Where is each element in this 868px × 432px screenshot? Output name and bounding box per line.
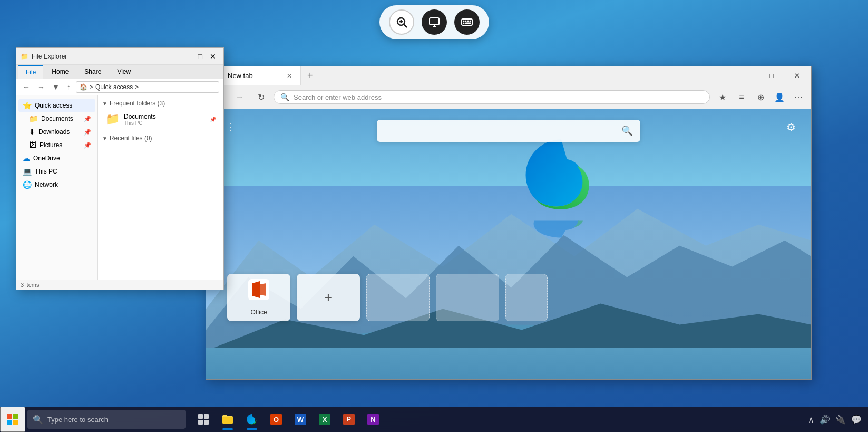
svg-rect-7 bbox=[462, 19, 472, 25]
edge-tab-close-btn[interactable]: ✕ bbox=[287, 72, 292, 80]
edge-search-box[interactable]: 🔍 bbox=[377, 120, 640, 142]
fe-content: ▼ Frequent folders (3) 📁 Documents This … bbox=[98, 95, 223, 280]
sidebar-item-network[interactable]: 🌐 Network bbox=[18, 178, 95, 191]
edge-settings-btn[interactable]: ⚙ bbox=[782, 118, 801, 137]
edge-favorites-bar-btn[interactable]: ≡ bbox=[733, 89, 750, 105]
frequent-folders-header[interactable]: ▼ Frequent folders (3) bbox=[102, 100, 219, 107]
edge-search-input[interactable] bbox=[384, 127, 616, 135]
quick-links: Office + bbox=[227, 274, 548, 321]
tab-view[interactable]: View bbox=[110, 65, 138, 79]
taskbar-app-onenote[interactable]: N bbox=[362, 408, 385, 431]
quick-link-empty-3[interactable] bbox=[505, 274, 548, 321]
edge-tab-label: New tab bbox=[228, 72, 253, 80]
fe-title: 📁 File Explorer bbox=[21, 53, 67, 60]
edge-favorite-btn[interactable]: ★ bbox=[714, 89, 731, 105]
floating-toolbar bbox=[379, 5, 489, 39]
edge-profile-btn[interactable]: 👤 bbox=[771, 89, 788, 105]
taskbar-app-powerpoint[interactable]: P bbox=[337, 408, 360, 431]
edge-title-controls: — □ ✕ bbox=[734, 66, 811, 85]
edge-forward-btn[interactable]: → bbox=[231, 89, 248, 105]
taskbar-network-icon[interactable]: 🔌 bbox=[835, 415, 846, 425]
taskbar-app-excel[interactable]: X bbox=[313, 408, 336, 431]
taskbar-app-file-explorer[interactable] bbox=[216, 408, 239, 431]
file-explorer-window: 📁 File Explorer — □ ✕ File Home Share Vi… bbox=[16, 47, 224, 290]
windows-logo-icon bbox=[6, 413, 19, 426]
edge-refresh-btn[interactable]: ↻ bbox=[252, 89, 269, 105]
taskbar-search-icon: 🔍 bbox=[33, 415, 43, 425]
taskbar-chevron-icon[interactable]: ∧ bbox=[808, 415, 814, 425]
folder-name-documents: Documents bbox=[124, 113, 156, 120]
fe-minimize-btn[interactable]: — bbox=[180, 51, 194, 62]
fe-status-text: 3 items bbox=[21, 282, 39, 288]
taskbar-search[interactable]: 🔍 bbox=[27, 410, 186, 429]
taskbar-notification-icon[interactable]: 💬 bbox=[851, 415, 862, 425]
fe-back-btn[interactable]: ← bbox=[21, 82, 32, 92]
quick-link-add[interactable]: + bbox=[297, 274, 360, 321]
edge-minimize-btn[interactable]: — bbox=[734, 66, 758, 85]
documents-icon: 📁 bbox=[29, 114, 38, 123]
remote-button[interactable] bbox=[422, 9, 447, 35]
edge-collections-btn[interactable]: ⊕ bbox=[752, 89, 769, 105]
sidebar-item-documents[interactable]: 📁 Documents 📌 bbox=[18, 112, 95, 125]
fe-breadcrumb[interactable]: 🏠 > Quick access > bbox=[76, 81, 219, 93]
powerpoint-icon: P bbox=[343, 414, 355, 425]
quick-link-empty-2[interactable] bbox=[436, 274, 499, 321]
edge-addressbar[interactable]: 🔍 Search or enter web address bbox=[274, 90, 710, 104]
edge-maximize-btn[interactable]: □ bbox=[759, 66, 784, 85]
edge-new-tab-btn[interactable]: + bbox=[301, 66, 319, 85]
svg-rect-22 bbox=[13, 414, 18, 419]
tab-home[interactable]: Home bbox=[44, 65, 76, 79]
quick-link-office[interactable]: Office bbox=[227, 274, 290, 321]
edge-close-btn[interactable]: ✕ bbox=[785, 66, 809, 85]
tab-share[interactable]: Share bbox=[77, 65, 109, 79]
fe-recent-btn[interactable]: ▼ bbox=[50, 82, 62, 92]
fe-forward-btn[interactable]: → bbox=[35, 82, 47, 92]
sidebar-item-pictures[interactable]: 🖼 Pictures 📌 bbox=[18, 139, 95, 151]
sidebar-label-documents: Documents bbox=[41, 115, 73, 122]
sidebar-label-downloads: Downloads bbox=[38, 128, 70, 136]
svg-rect-27 bbox=[198, 420, 203, 425]
taskbar-app-word[interactable]: W bbox=[289, 408, 312, 431]
fe-ribbon: File Home Share View bbox=[16, 65, 223, 79]
taskbar-app-edge[interactable] bbox=[240, 408, 264, 431]
edge-titlebar: 🌐 New tab ✕ + — □ ✕ bbox=[206, 66, 811, 85]
taskbar-search-input[interactable] bbox=[47, 416, 180, 424]
sidebar-item-this-pc[interactable]: 💻 This PC bbox=[18, 165, 95, 178]
recent-files-label: Recent files (0) bbox=[110, 135, 152, 142]
fe-maximize-btn[interactable]: □ bbox=[195, 51, 206, 62]
add-icon: + bbox=[324, 289, 333, 306]
edge-content: ⋮⋮ ⚙ 🔍 Office bbox=[206, 109, 811, 379]
recent-files-header[interactable]: ▼ Recent files (0) bbox=[102, 135, 219, 142]
sidebar-item-onedrive[interactable]: ☁ OneDrive bbox=[18, 152, 95, 165]
search-submit-icon: 🔍 bbox=[621, 125, 633, 137]
office-label: Office bbox=[250, 309, 267, 316]
sidebar-label-this-pc: This PC bbox=[35, 168, 57, 175]
quick-access-icon: ⭐ bbox=[23, 101, 32, 110]
svg-rect-4 bbox=[430, 18, 439, 25]
this-pc-icon: 💻 bbox=[23, 167, 32, 176]
svg-rect-28 bbox=[204, 420, 209, 425]
sidebar-item-downloads[interactable]: ⬇ Downloads 📌 bbox=[18, 126, 95, 138]
frequent-folders-label: Frequent folders (3) bbox=[110, 100, 165, 107]
edge-more-btn[interactable]: ⋯ bbox=[790, 89, 807, 105]
fe-close-btn[interactable]: ✕ bbox=[207, 51, 219, 62]
taskbar-volume-icon[interactable]: 🔊 bbox=[820, 415, 830, 425]
fe-up-btn[interactable]: ↑ bbox=[65, 82, 73, 92]
sidebar-label-pictures: Pictures bbox=[40, 141, 62, 149]
fe-folder-icon: 📁 bbox=[21, 53, 28, 60]
sidebar-item-quick-access[interactable]: ⭐ Quick access bbox=[18, 99, 95, 112]
zoom-button[interactable] bbox=[389, 9, 414, 35]
downloads-icon: ⬇ bbox=[29, 128, 35, 136]
new-tab-background bbox=[206, 109, 811, 379]
taskbar-app-task-view[interactable] bbox=[192, 408, 215, 431]
excel-icon: X bbox=[319, 414, 330, 425]
svg-rect-25 bbox=[198, 414, 203, 419]
quick-link-empty-1[interactable] bbox=[366, 274, 430, 321]
keyboard-button[interactable] bbox=[454, 9, 480, 35]
folder-item-documents[interactable]: 📁 Documents This PC 📌 bbox=[102, 110, 219, 128]
tab-file[interactable]: File bbox=[18, 65, 43, 79]
svg-rect-24 bbox=[13, 420, 18, 425]
network-icon: 🌐 bbox=[23, 180, 32, 189]
taskbar-app-office-hub[interactable]: O bbox=[265, 408, 288, 431]
taskbar-start-btn[interactable] bbox=[0, 407, 25, 432]
